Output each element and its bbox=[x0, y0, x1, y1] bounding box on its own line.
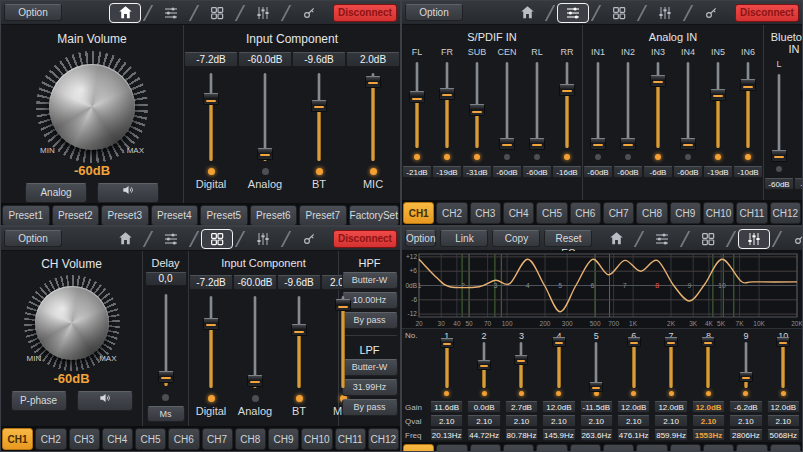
channel-tab-ch3[interactable]: CH3 bbox=[69, 428, 100, 450]
input-level-slider[interactable] bbox=[590, 62, 606, 148]
slider-thumb[interactable] bbox=[627, 337, 641, 347]
input-level-slider[interactable] bbox=[771, 74, 787, 160]
slider-thumb[interactable] bbox=[499, 138, 515, 150]
slider-thumb[interactable] bbox=[776, 337, 790, 347]
key-tab[interactable] bbox=[293, 3, 325, 23]
ch-volume-knob[interactable]: MIN MAX bbox=[24, 275, 120, 371]
slider-thumb[interactable] bbox=[664, 337, 678, 347]
eq-gain-value[interactable]: 12.0dB bbox=[767, 401, 800, 413]
slider-thumb[interactable] bbox=[311, 100, 327, 112]
eq-gain-slider[interactable] bbox=[663, 342, 679, 388]
eq-qval-value[interactable]: 2.10 bbox=[767, 415, 800, 427]
hpf-type-button[interactable]: Butter-W bbox=[342, 272, 398, 289]
slider-thumb[interactable] bbox=[203, 93, 219, 105]
channel-tab-ch3[interactable]: CH3 bbox=[470, 444, 501, 452]
channel-tab-ch3[interactable]: CH3 bbox=[470, 202, 501, 224]
channel-tab-ch4[interactable]: CH4 bbox=[102, 428, 133, 450]
eq-freq-value[interactable]: 20.13Hz bbox=[430, 429, 463, 441]
input-level-slider[interactable] bbox=[335, 296, 351, 388]
slider-thumb[interactable] bbox=[477, 360, 491, 370]
channel-tab-ch10[interactable]: CH10 bbox=[703, 444, 734, 452]
preset-button-preset5[interactable]: Preset5 bbox=[200, 205, 248, 226]
slider-thumb[interactable] bbox=[739, 372, 753, 382]
slider-thumb[interactable] bbox=[680, 138, 696, 150]
channel-tab-ch12[interactable]: CH12 bbox=[368, 428, 399, 450]
faders-tab[interactable] bbox=[649, 3, 681, 23]
channel-tab-ch5[interactable]: CH5 bbox=[135, 428, 166, 450]
channel-tab-ch12[interactable]: CH12 bbox=[770, 202, 801, 224]
input-level-slider[interactable] bbox=[203, 73, 219, 161]
channel-tab-ch7[interactable]: CH7 bbox=[603, 202, 634, 224]
channel-tab-ch2[interactable]: CH2 bbox=[436, 444, 467, 452]
slider-thumb[interactable] bbox=[514, 355, 528, 365]
lpf-bypass-button[interactable]: By pass bbox=[342, 399, 398, 416]
copy-button[interactable]: Copy bbox=[492, 230, 540, 247]
input-level-slider[interactable] bbox=[247, 296, 263, 388]
slider-thumb[interactable] bbox=[701, 337, 715, 347]
eq-freq-value[interactable]: 5068Hz bbox=[767, 429, 800, 441]
channel-tab-ch11[interactable]: CH11 bbox=[736, 202, 767, 224]
mute-button[interactable] bbox=[97, 183, 159, 203]
faders-tab[interactable] bbox=[247, 229, 279, 249]
eq-freq-value[interactable]: 476.1Hz bbox=[617, 429, 650, 441]
input-level-slider[interactable] bbox=[680, 62, 696, 148]
eq-gain-value[interactable]: 11.6dB bbox=[430, 401, 463, 413]
channel-tab-ch5[interactable]: CH5 bbox=[536, 202, 567, 224]
slider-thumb[interactable] bbox=[469, 104, 485, 116]
slider-thumb[interactable] bbox=[158, 371, 174, 383]
eq-freq-value[interactable]: 859.9Hz bbox=[654, 429, 687, 441]
input-level-slider[interactable] bbox=[311, 73, 327, 161]
input-level-slider[interactable] bbox=[291, 296, 307, 388]
p-phase-button[interactable]: P-phase bbox=[11, 391, 67, 411]
preset-button-preset4[interactable]: Preset4 bbox=[151, 205, 199, 226]
eq-gain-slider[interactable] bbox=[738, 342, 754, 388]
slider-thumb[interactable] bbox=[335, 299, 351, 311]
key-tab[interactable] bbox=[293, 229, 325, 249]
grid-tab[interactable] bbox=[201, 3, 233, 23]
eq-freq-value[interactable]: 263.6Hz bbox=[580, 429, 613, 441]
input-level-slider[interactable] bbox=[740, 62, 756, 148]
disconnect-button[interactable]: Disconnect bbox=[735, 4, 799, 22]
eq-gain-slider[interactable] bbox=[700, 342, 716, 388]
key-tab[interactable] bbox=[784, 229, 803, 249]
home-tab[interactable] bbox=[511, 3, 543, 23]
slider-thumb[interactable] bbox=[559, 84, 575, 96]
channel-tab-ch11[interactable]: CH11 bbox=[335, 428, 366, 450]
source-select-button[interactable]: Analog bbox=[25, 183, 87, 203]
eq-gain-value[interactable]: -11.5dB bbox=[580, 401, 613, 413]
home-tab[interactable] bbox=[109, 229, 141, 249]
option-button[interactable]: Option bbox=[405, 4, 463, 21]
slider-thumb[interactable] bbox=[440, 338, 454, 348]
channel-tab-ch8[interactable]: CH8 bbox=[636, 202, 667, 224]
eq-gain-value[interactable]: 12.0dB bbox=[542, 401, 575, 413]
channel-tab-ch11[interactable]: CH11 bbox=[736, 444, 767, 452]
eq-gain-slider[interactable] bbox=[476, 342, 492, 388]
slider-thumb[interactable] bbox=[291, 324, 307, 336]
preset-button-preset1[interactable]: Preset1 bbox=[2, 205, 50, 226]
channel-tab-ch10[interactable]: CH10 bbox=[703, 202, 734, 224]
channel-tab-ch1[interactable]: CH1 bbox=[403, 202, 434, 224]
eq-gain-slider[interactable] bbox=[626, 342, 642, 388]
slider-thumb[interactable] bbox=[590, 138, 606, 150]
channel-tab-ch10[interactable]: CH10 bbox=[301, 428, 332, 450]
disconnect-button[interactable]: Disconnect bbox=[333, 230, 397, 248]
channel-tab-ch2[interactable]: CH2 bbox=[35, 428, 66, 450]
input-level-slider[interactable] bbox=[203, 296, 219, 388]
eq-qval-value[interactable]: 2.10 bbox=[542, 415, 575, 427]
slider-thumb[interactable] bbox=[740, 79, 756, 91]
mute-button[interactable] bbox=[77, 391, 133, 411]
eq-gain-slider[interactable] bbox=[588, 342, 604, 388]
preset-button-preset7[interactable]: Preset7 bbox=[299, 205, 347, 226]
preset-button-preset3[interactable]: Preset3 bbox=[101, 205, 149, 226]
eq-gain-value[interactable]: 12.0dB bbox=[617, 401, 650, 413]
disconnect-button[interactable]: Disconnect bbox=[333, 4, 397, 22]
eq-qval-value[interactable]: 2.10 bbox=[654, 415, 687, 427]
input-level-slider[interactable] bbox=[409, 62, 425, 148]
input-level-slider[interactable] bbox=[650, 62, 666, 148]
channel-tab-ch8[interactable]: CH8 bbox=[636, 444, 667, 452]
channel-tab-ch4[interactable]: CH4 bbox=[503, 202, 534, 224]
eq-freq-value[interactable]: 2806Hz bbox=[729, 429, 762, 441]
slider-thumb[interactable] bbox=[257, 148, 273, 160]
slider-thumb[interactable] bbox=[247, 375, 263, 387]
channel-tab-ch7[interactable]: CH7 bbox=[603, 444, 634, 452]
